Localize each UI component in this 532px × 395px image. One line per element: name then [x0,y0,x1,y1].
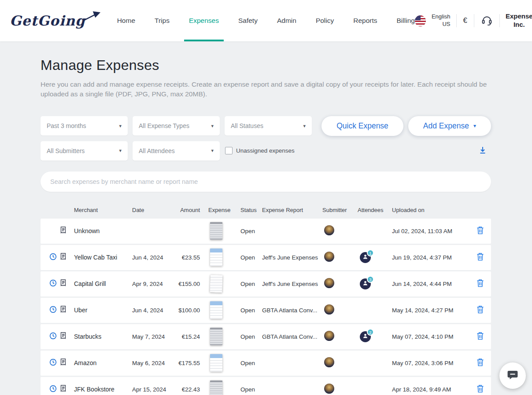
expense-date: Apr 9, 2024 [132,281,178,287]
delete-button[interactable] [475,383,486,395]
uploaded-on: Jun 14, 2024, 4:44 PM [392,281,466,287]
chevron-down-icon: ▾ [303,123,306,129]
page-title: Manage Expenses [41,57,491,73]
search-input[interactable] [41,172,491,192]
nav-item-trips[interactable]: Trips [155,0,170,41]
clock-icon [49,253,57,262]
support-button[interactable] [480,13,494,28]
unassigned-checkbox[interactable] [225,147,233,154]
language-line2: US [432,21,451,28]
nav-item-expenses[interactable]: Expenses [189,0,219,41]
expense-amount: €175.55 [178,360,200,366]
status-text: Open [233,307,261,314]
status-text: Open [233,281,261,287]
nav-item-home[interactable]: Home [117,0,135,41]
receipt-icon [60,385,66,394]
col-amount: Amount [178,207,200,213]
delete-button[interactable] [475,356,486,369]
quick-expense-button[interactable]: Quick Expense [321,116,403,136]
table-row[interactable]: Capital Grill Apr 9, 2024 €155.00 Open J… [41,271,491,296]
logo[interactable]: GetGoing [10,13,101,29]
download-icon [479,146,487,155]
nav-item-admin[interactable]: Admin [277,0,296,41]
uploaded-on: May 14, 2024, 4:27 PM [392,307,466,314]
attendees-chip[interactable]: 1 [360,252,371,263]
nav-item-policy[interactable]: Policy [316,0,334,41]
company-line2: Inc. [506,21,532,29]
date-range-select[interactable]: Past 3 months ▾ [41,116,128,135]
expenses-table-body: Unknown Open Jul 02, 2024, 11:03 AM [41,219,491,395]
company-switcher[interactable]: Expense Inc. [506,12,532,29]
chevron-down-icon: ▾ [119,148,122,154]
receipt-thumbnail[interactable] [210,249,222,266]
filters-row-1: Past 3 months ▾ All Expense Types ▾ All … [41,116,491,136]
table-row[interactable]: Starbucks May 7, 2024 €15.24 Open GBTA A… [41,324,491,349]
receipt-thumbnail[interactable] [210,380,222,395]
clock-icon [49,306,57,315]
delete-button[interactable] [475,277,486,290]
attendees-select[interactable]: All Attendees ▾ [133,141,220,161]
delete-button[interactable] [475,251,486,264]
delete-button[interactable] [475,330,486,343]
receipt-thumbnail[interactable] [210,301,222,319]
submitter-avatar[interactable] [324,225,334,235]
table-row[interactable]: Uber Jun 4, 2024 $100.00 Open GBTA Atlan… [41,298,491,323]
chat-button[interactable] [499,362,526,389]
receipt-thumbnail[interactable] [210,328,222,345]
submitters-select[interactable]: All Submitters ▾ [41,141,128,161]
table-header: Merchant Date Amount Expense Status Expe… [41,201,491,219]
expense-type-select[interactable]: All Expense Types ▾ [133,116,220,135]
submitter-avatar[interactable] [324,357,334,367]
col-submitter: Submitter [322,207,358,213]
status-text: Open [233,386,261,393]
receipt-icon [60,227,66,235]
expense-report-name: GBTA Atlanta Conv... [261,333,322,340]
expense-report-name: Jeff's June Expenses [261,254,322,261]
delete-button[interactable] [475,224,486,238]
expense-date: May 7, 2024 [132,333,178,340]
expense-amount: €23.55 [178,254,200,261]
download-button[interactable] [477,144,488,157]
merchant-name: Yellow Cab Taxi [74,254,132,261]
receipt-thumbnail[interactable] [210,222,222,240]
currency-selector[interactable]: € [462,16,468,25]
expense-date: Jun 4, 2024 [132,254,178,261]
trash-icon [477,279,484,289]
attendee-count-badge: 1 [367,249,374,256]
nav-item-reports[interactable]: Reports [353,0,377,41]
submitter-avatar[interactable] [324,331,334,341]
submitter-avatar[interactable] [324,384,334,394]
uploaded-on: Jun 19, 2024, 4:37 PM [392,254,466,261]
table-row[interactable]: Unknown Open Jul 02, 2024, 11:03 AM [41,219,491,244]
chevron-down-icon: ▾ [119,123,122,129]
submitter-avatar[interactable] [324,252,334,262]
delete-button[interactable] [475,304,486,317]
nav-item-safety[interactable]: Safety [238,0,258,41]
table-row[interactable]: Amazon May 6, 2024 €175.55 Open May 07, … [41,351,491,376]
table-row[interactable]: Yellow Cab Taxi Jun 4, 2024 €23.55 Open … [41,245,491,270]
divider [499,14,500,27]
submitter-avatar[interactable] [324,304,334,315]
trash-icon [477,358,484,368]
submitter-avatar[interactable] [324,278,334,288]
add-expense-button[interactable]: Add Expense ▾ [408,116,491,136]
attendees-chip[interactable]: 2 [360,331,371,342]
table-row[interactable]: JFK Bookstore Apr 15, 2024 €22.43 Open A… [41,377,491,395]
receipt-thumbnail[interactable] [210,275,222,293]
col-attendees: Attendees [358,207,392,213]
col-date: Date [132,207,178,213]
trash-icon [477,384,484,394]
receipt-icon [60,253,66,262]
status-value: All Statuses [231,122,263,129]
chat-icon [506,369,519,383]
chevron-down-icon: ▾ [473,123,476,129]
language-selector[interactable]: English US [432,13,451,28]
attendees-value: All Attendees [139,147,175,154]
receipt-thumbnail[interactable] [210,354,222,372]
attendees-chip[interactable]: 3 [360,278,371,289]
add-expense-label: Add Expense [423,121,469,131]
clock-icon [49,332,57,341]
status-select[interactable]: All Statuses ▾ [225,116,312,135]
page-description: Here you can add and manage expense rece… [41,80,490,99]
nav-item-billing[interactable]: Billing [397,0,415,41]
